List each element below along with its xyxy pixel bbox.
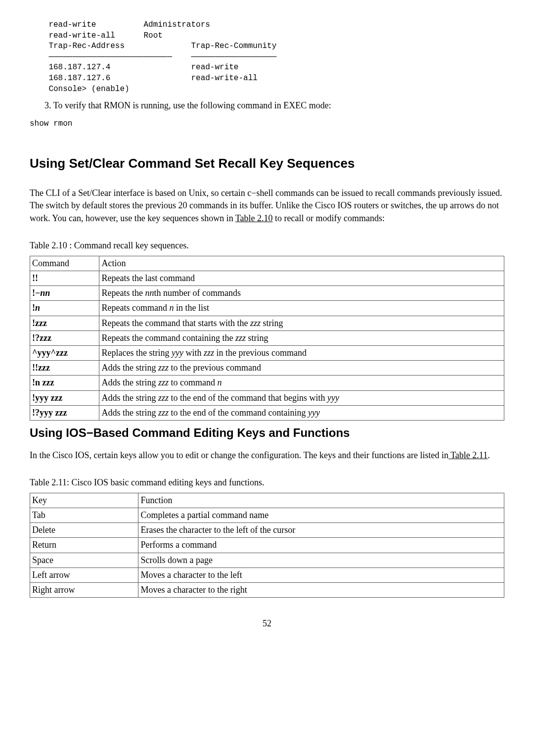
- t: n: [217, 378, 222, 387]
- col-header-key: Key: [30, 493, 138, 508]
- t: zzz: [158, 378, 169, 387]
- section2-para-after: .: [488, 450, 490, 460]
- cmd-cell: !?zzz: [32, 333, 51, 343]
- console-output: read-write Administrators read-write-all…: [30, 20, 504, 94]
- t: in the list: [174, 303, 209, 313]
- action-cell: Adds the string zzz to the end of the co…: [99, 405, 504, 420]
- t: nn: [145, 288, 154, 298]
- action-cell: Repeats the command that starts with the…: [99, 316, 504, 331]
- section2-paragraph: In the Cisco IOS, certain keys allow you…: [30, 449, 504, 462]
- page-number: 52: [30, 617, 504, 630]
- action-cell: Repeats the last command: [99, 271, 504, 286]
- table-row: Command Action: [30, 256, 504, 271]
- function-cell: Performs a command: [138, 538, 504, 553]
- show-rmon-cmd: show rmon: [30, 119, 72, 128]
- section1-para-after: to recall or modify commands:: [273, 213, 385, 223]
- function-cell: Scrolls down a page: [138, 553, 504, 567]
- t: yyy: [172, 348, 183, 358]
- function-cell: Moves a character to the right: [138, 583, 504, 598]
- t: to the previous command: [169, 363, 261, 373]
- cmd-cell: !!: [32, 273, 38, 283]
- action-cell: Adds the string zzz to the end of the co…: [99, 390, 504, 405]
- section1-paragraph: The CLI of a Set/Clear interface is base…: [30, 187, 504, 225]
- t: zzz: [250, 318, 261, 328]
- table-210: Command Action !! Repeats the last comma…: [30, 256, 504, 421]
- t: string: [246, 333, 268, 343]
- function-cell: Completes a partial command name: [138, 508, 504, 523]
- t: Adds the string: [101, 393, 158, 403]
- table-row: Left arrow Moves a character to the left: [30, 567, 504, 582]
- table-row: Right arrow Moves a character to the rig…: [30, 583, 504, 598]
- t: zzz: [204, 348, 214, 358]
- cmd-cell: !−: [32, 288, 40, 298]
- t: yyy: [327, 393, 339, 403]
- col-header-action: Action: [99, 256, 504, 271]
- cmd-cell: !n zzz: [32, 378, 54, 387]
- function-cell: Erases the character to the left of the …: [138, 523, 504, 538]
- table-row: !zzz Repeats the command that starts wit…: [30, 316, 504, 331]
- table-row: !n Repeats command n in the list: [30, 301, 504, 316]
- col-header-function: Function: [138, 493, 504, 508]
- t: zzz: [235, 333, 246, 343]
- col-header-command: Command: [30, 256, 99, 271]
- key-cell: Space: [30, 553, 138, 567]
- section-setclear-title: Using Set/Clear Command Set Recall Key S…: [30, 154, 504, 172]
- action-cell: Adds the string zzz to command n: [99, 376, 504, 390]
- t: Adds the string: [101, 408, 158, 418]
- t: zzz: [158, 408, 169, 418]
- table-210-link[interactable]: Table 2.10: [235, 213, 273, 223]
- table-211: Key Function Tab Completes a partial com…: [30, 493, 504, 598]
- t: Repeats the command that starts with the: [101, 318, 250, 328]
- action-cell: Adds the string zzz to the previous comm…: [99, 361, 504, 376]
- t: in the previous command: [214, 348, 307, 358]
- table-row: Space Scrolls down a page: [30, 553, 504, 567]
- t: Repeats command: [101, 303, 169, 313]
- table-row: !!zzz Adds the string zzz to the previou…: [30, 361, 504, 376]
- cmd-cell-it: nn: [40, 288, 50, 298]
- table-row: !n zzz Adds the string zzz to command n: [30, 376, 504, 390]
- key-cell: Delete: [30, 523, 138, 538]
- action-cell: Repeats command n in the list: [99, 301, 504, 316]
- section2-para-before: In the Cisco IOS, certain keys allow you…: [30, 450, 448, 460]
- action-cell: Replaces the string yyy with zzz in the …: [99, 346, 504, 361]
- key-cell: Right arrow: [30, 583, 138, 598]
- table-row: !?zzz Repeats the command containing the…: [30, 331, 504, 345]
- table-row: Tab Completes a partial command name: [30, 508, 504, 523]
- table-row: !! Repeats the last command: [30, 271, 504, 286]
- key-cell: Return: [30, 538, 138, 553]
- t: yyy: [308, 408, 320, 418]
- t: Replaces the string: [101, 348, 171, 358]
- t: to command: [169, 378, 217, 387]
- table-row: ^yyy^zzz Replaces the string yyy with zz…: [30, 346, 504, 361]
- table-row: !−nn Repeats the nnth number of commands: [30, 286, 504, 301]
- table-row: !yyy zzz Adds the string zzz to the end …: [30, 390, 504, 405]
- t: Repeats the command containing the: [101, 333, 235, 343]
- t: with: [183, 348, 204, 358]
- t: zzz: [158, 363, 169, 373]
- key-cell: Tab: [30, 508, 138, 523]
- table-row: !?yyy zzz Adds the string zzz to the end…: [30, 405, 504, 420]
- table-211-link[interactable]: Table 2.11: [448, 450, 488, 460]
- table-row: Return Performs a command: [30, 538, 504, 553]
- t: to the end of the command that begins wi…: [169, 393, 327, 403]
- t: Adds the string: [101, 378, 158, 387]
- cmd-cell: !?yyy zzz: [32, 408, 67, 418]
- action-cell: Repeats the command containing the zzz s…: [99, 331, 504, 345]
- t: th number of commands: [154, 288, 240, 298]
- table-211-caption: Table 2.11: Cisco IOS basic command edit…: [30, 476, 504, 489]
- key-cell: Left arrow: [30, 567, 138, 582]
- t: Repeats the: [101, 288, 145, 298]
- t: Adds the string: [101, 363, 158, 373]
- section-iosbased-title: Using IOS−Based Command Editing Keys and…: [30, 425, 504, 441]
- cmd-cell: !yyy zzz: [32, 393, 62, 403]
- cmd-cell: !zzz: [32, 318, 47, 328]
- step-3-text: To verify that RMON is running, use the …: [53, 100, 331, 110]
- cmd-cell: ^yyy^zzz: [32, 348, 68, 358]
- t: zzz: [158, 393, 169, 403]
- table-row: Key Function: [30, 493, 504, 508]
- table-row: Delete Erases the character to the left …: [30, 523, 504, 538]
- table-210-caption: Table 2.10 : Command recall key sequence…: [30, 239, 504, 252]
- cmd-cell: !!zzz: [32, 363, 50, 373]
- function-cell: Moves a character to the left: [138, 567, 504, 582]
- t: to the end of the command containing: [169, 408, 308, 418]
